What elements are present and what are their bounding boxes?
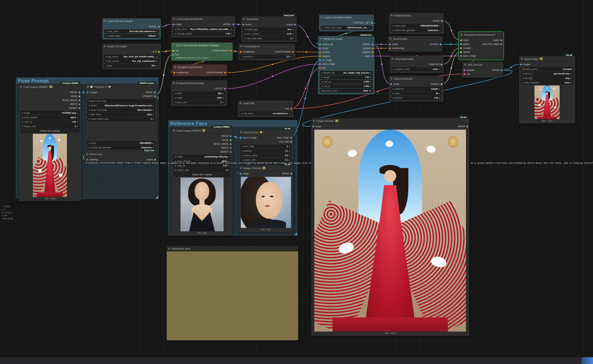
increment-arrow[interactable]: ▶ xyxy=(370,76,371,78)
decrement-arrow[interactable]: ◀ xyxy=(392,92,394,94)
collapse-dot[interactable] xyxy=(174,66,176,68)
negative-output-port[interactable] xyxy=(372,52,373,53)
height-widget[interactable]: ◀height1152▶ xyxy=(173,96,225,100)
increment-arrow[interactable]: ▶ xyxy=(153,147,154,149)
IMAGE-output-port[interactable] xyxy=(501,69,502,71)
increment-arrow[interactable]: ▶ xyxy=(369,27,371,28)
button-widget[interactable]: choose file to upload xyxy=(20,129,80,133)
noise-input-port[interactable] xyxy=(460,39,462,41)
increment-arrow[interactable]: ▶ xyxy=(153,118,154,120)
link-midpoint-dot[interactable] xyxy=(451,67,452,69)
MODEL-output-port[interactable] xyxy=(372,44,373,45)
images-input-port[interactable] xyxy=(520,64,522,65)
increment-arrow[interactable]: ▶ xyxy=(292,28,294,30)
GUIDER-output-port[interactable] xyxy=(440,44,441,45)
decrement-arrow[interactable]: ◀ xyxy=(88,118,90,120)
node-header[interactable]: EmptySD3LatentImage xyxy=(171,80,227,86)
save_metadata-widget[interactable]: ◀save_metadatanone▶ xyxy=(521,81,573,85)
increment-arrow[interactable]: ▶ xyxy=(157,35,158,37)
scheduler-widget[interactable]: ◀schedulersimple▶ xyxy=(391,87,442,91)
clip_name1-widget[interactable]: ◀clip_name1flux_t5xxl_fp8_e4m3fn.safete.… xyxy=(104,55,159,59)
CONDITIONING-output-port[interactable] xyxy=(230,50,231,52)
node-header[interactable]: Load ControlNet Model xyxy=(319,14,374,20)
condzero-node[interactable]: ConditioningZeroOutconditioningCONDITION… xyxy=(172,64,227,76)
samples-input-port[interactable] xyxy=(464,69,465,71)
collapse-dot[interactable] xyxy=(20,86,22,88)
decrement-arrow[interactable]: ◀ xyxy=(174,156,176,158)
collapse-dot[interactable] xyxy=(521,58,523,60)
latent-output-port[interactable] xyxy=(372,55,373,57)
link-midpoint-dot[interactable] xyxy=(305,87,306,89)
output-output-port[interactable] xyxy=(501,39,502,41)
increment-arrow[interactable]: ▶ xyxy=(370,72,371,74)
vae-input-port[interactable] xyxy=(319,67,321,69)
face_index-widget[interactable]: ◀face_index2▶ xyxy=(240,144,292,149)
MODEL-output-port[interactable] xyxy=(158,26,160,27)
preview_big-node[interactable]: AILabImage PreviewimageIMAGE 864 × 1152 xyxy=(311,118,469,336)
collapse-dot[interactable] xyxy=(391,78,393,79)
decrement-arrow[interactable]: ◀ xyxy=(21,125,23,127)
image-input-port[interactable] xyxy=(240,173,241,175)
collapse-dot[interactable] xyxy=(104,45,106,47)
IMAGE-output-port[interactable] xyxy=(466,126,468,127)
increment-arrow[interactable]: ▶ xyxy=(289,146,290,147)
increment-arrow[interactable]: ▶ xyxy=(153,105,154,106)
guidance-widget[interactable]: ◀guidance2.5▶ xyxy=(240,55,294,59)
decrement-arrow[interactable]: ◀ xyxy=(174,165,176,167)
loadimage1-node[interactable]: Comfyui-RMBGLoad Image (RMBG)IMAGEMASKMA… xyxy=(18,84,82,201)
node-header[interactable]: Load VAE xyxy=(238,100,293,106)
clipencode-node[interactable]: CLIP Text Encode (Positive Prompt)clipCO… xyxy=(171,42,233,61)
collapse-dot[interactable] xyxy=(87,86,89,88)
node-header[interactable]: Image Preview xyxy=(311,118,469,124)
crop_data-output-port[interactable] xyxy=(290,141,291,141)
link-midpoint-dot[interactable] xyxy=(83,92,84,93)
weight-widget[interactable]: ◀weight1.00▶ xyxy=(320,75,373,79)
guider-input-port[interactable] xyxy=(460,43,462,45)
collapse-dot[interactable] xyxy=(243,18,245,20)
decrement-arrow[interactable]: ◀ xyxy=(105,35,107,37)
loadvae-node[interactable]: Load VAEVAE◀vae_nameae.safetensors▶ xyxy=(237,100,294,117)
sampler-input-port[interactable] xyxy=(460,47,462,49)
max_skip_steps-widget[interactable]: ◀max_skip_steps3▶ xyxy=(243,36,295,40)
control_net_name-widget[interactable]: ◀control_net_nameInfiniteYou\aes_sta...▶ xyxy=(321,26,372,30)
MASK-output-port[interactable] xyxy=(230,139,231,141)
collapse-dot[interactable] xyxy=(240,167,242,169)
node-header[interactable]: LoraLoaderModelOnly xyxy=(171,16,235,22)
collapse-dot[interactable] xyxy=(173,82,175,84)
decrement-arrow[interactable]: ◀ xyxy=(242,56,243,58)
decrement-arrow[interactable]: ◀ xyxy=(105,65,107,66)
link-midpoint-dot[interactable] xyxy=(304,98,306,99)
increment-arrow[interactable]: ▶ xyxy=(571,77,572,79)
link-midpoint-dot[interactable] xyxy=(202,61,203,62)
increment-arrow[interactable]: ▶ xyxy=(77,112,78,114)
vaedecode-node[interactable]: VAE DecodesamplesIMAGEvae xyxy=(462,62,503,78)
decrement-arrow[interactable]: ◀ xyxy=(88,147,90,149)
increment-arrow[interactable]: ▶ xyxy=(77,117,78,118)
increment-arrow[interactable]: ▶ xyxy=(157,65,158,66)
decrement-arrow[interactable]: ◀ xyxy=(242,150,243,152)
increment-arrow[interactable]: ▶ xyxy=(228,156,230,158)
HEIGHT-output-port[interactable] xyxy=(230,151,231,153)
link-midpoint-dot[interactable] xyxy=(451,30,452,31)
model-output-port[interactable] xyxy=(294,24,296,26)
start_at-widget[interactable]: ◀start_at0.000▶ xyxy=(320,80,373,84)
saveimage-node[interactable]: AILabSave Imageimagesfilename_prefixComf… xyxy=(519,56,575,124)
Vision-To-Prompt-widget[interactable]: ◀Vision To PromptMore Detailed▶ xyxy=(87,108,156,112)
increment-arrow[interactable]: ▶ xyxy=(370,81,371,83)
collapse-dot[interactable] xyxy=(321,16,323,18)
image-input-port[interactable] xyxy=(312,126,314,127)
positive-input-port[interactable] xyxy=(319,52,321,53)
ksampler-node[interactable]: KSamplerSelectSAMPLER◀sampler_nameeuler▶ xyxy=(389,56,444,73)
LATENT-output-port[interactable] xyxy=(224,88,226,90)
negative-input-port[interactable] xyxy=(319,55,321,57)
decrement-arrow[interactable]: ◀ xyxy=(244,38,246,39)
increment-arrow[interactable]: ▶ xyxy=(439,29,441,31)
MODEL-output-port[interactable] xyxy=(232,24,234,25)
Vision-Detail-Level-widget[interactable]: ◀Vision Detail Level3▶ xyxy=(87,117,156,121)
basicguider-node[interactable]: BasicGuidermodelGUIDERconditioning xyxy=(388,36,443,52)
collapse-dot[interactable] xyxy=(104,20,106,22)
link-midpoint-dot[interactable] xyxy=(451,55,452,57)
adapter_file-widget[interactable]: ◀adapter_fileaes_stage2_img_proj.bin▶ xyxy=(320,71,373,75)
decrement-arrow[interactable]: ◀ xyxy=(88,105,90,106)
WIDTH-output-port[interactable] xyxy=(230,147,231,149)
